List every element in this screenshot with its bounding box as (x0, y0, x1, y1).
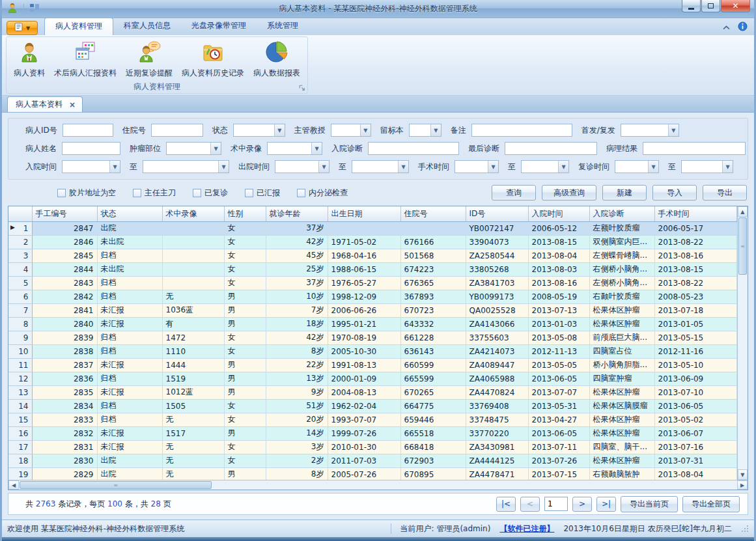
filter-combo-followup-date-to[interactable]: ▼ (681, 160, 733, 173)
checkbox-followed-up[interactable]: 已复诊 (193, 187, 228, 199)
checkbox-box-director-surgeon[interactable] (133, 189, 141, 197)
row-selector[interactable]: 7 (8, 303, 32, 317)
chevron-down-icon[interactable]: ▼ (311, 143, 322, 154)
grid-column-header-3[interactable]: 性别 (224, 206, 266, 221)
checkbox-endocrine-exam[interactable]: 内分泌检查 (297, 187, 348, 199)
tab-patient-basic-info[interactable]: 病人基本资料 × (7, 96, 83, 112)
resize-grip[interactable] (741, 525, 749, 533)
filter-input-admission-diagnosis[interactable] (368, 142, 459, 155)
grid-column-header-7[interactable]: ID号 (466, 206, 528, 221)
row-selector[interactable]: 9 (8, 331, 32, 344)
filter-combo-surgery-date-from[interactable]: ▼ (455, 160, 499, 173)
maximize-button[interactable] (701, 0, 720, 12)
vertical-scroll-thumb[interactable]: ≡ (738, 217, 748, 275)
horizontal-scroll-thumb[interactable]: ≡ (20, 481, 212, 489)
import-button[interactable]: 导入 (652, 185, 697, 201)
query-button[interactable]: 查询 (492, 185, 536, 201)
export-button[interactable]: 导出 (703, 185, 747, 201)
checkbox-box-followed-up[interactable] (193, 189, 201, 197)
chevron-down-icon[interactable]: ▼ (668, 124, 679, 136)
grid-column-header-1[interactable]: 状态 (97, 206, 162, 221)
filter-combo-status[interactable]: ▼ (233, 124, 285, 137)
filter-combo-followup-date-from[interactable]: ▼ (615, 160, 659, 173)
table-row[interactable]: 102838归档1110女8岁2005-10-30636143ZA4214073… (8, 344, 736, 358)
chevron-down-icon[interactable]: ▼ (558, 161, 568, 173)
row-selector[interactable]: 19 (8, 467, 32, 480)
table-row[interactable]: 22846未出院女42岁1971-05-02676166339040732013… (8, 235, 736, 249)
filter-combo-intraop-video[interactable]: ▼ (267, 142, 322, 155)
table-row[interactable]: 122836归档1519男13岁2000-01-09665599ZA406598… (8, 372, 736, 385)
scroll-right-icon[interactable]: ▶ (737, 480, 748, 490)
chevron-down-icon[interactable]: ▼ (109, 161, 120, 173)
table-row[interactable]: 52843归档女37岁1976-05-27676365ZA38417032013… (8, 276, 736, 290)
row-selector[interactable]: 3 (8, 249, 32, 262)
chevron-down-icon[interactable]: ▼ (318, 161, 329, 173)
prev-page-button[interactable]: < (520, 497, 540, 512)
table-row[interactable]: 152833归档无女20岁1993-07-0765944633748475201… (8, 413, 736, 426)
row-selector[interactable]: 14 (8, 399, 32, 413)
chevron-down-icon[interactable]: ▼ (430, 124, 441, 136)
filter-input-remarks[interactable] (471, 124, 572, 137)
grid-column-header-9[interactable]: 入院诊断 (589, 206, 654, 221)
scroll-up-icon[interactable]: ▲ (738, 206, 748, 217)
row-selector[interactable]: 10 (8, 344, 32, 358)
row-selector[interactable]: 13 (8, 385, 32, 399)
filter-combo-admission-date-from[interactable]: ▼ (62, 160, 120, 173)
vertical-scrollbar[interactable]: ▲ ≡ ▼ (737, 206, 748, 480)
table-row[interactable]: 42844未出院女25岁1988-06-15674223338052682013… (8, 262, 736, 276)
chevron-down-icon[interactable]: ▼ (488, 161, 498, 173)
row-selector[interactable]: 15 (8, 413, 32, 426)
scroll-left-icon[interactable]: ◀ (8, 480, 19, 490)
table-row[interactable]: ▶12847出院女37岁YB00721472006-05-12左额叶胶质瘤200… (8, 221, 736, 235)
row-selector[interactable]: 5 (8, 276, 32, 290)
chevron-down-icon[interactable]: ▼ (360, 124, 371, 136)
grid-column-header-0[interactable]: 手工编号 (32, 206, 97, 221)
chevron-down-icon[interactable]: ▼ (722, 161, 733, 173)
ribbon-tab-patient-data-management[interactable]: 病人资料管理 (44, 18, 113, 35)
info-icon[interactable] (738, 21, 748, 33)
table-row[interactable]: 192829出院无男8岁2005-07-26670895ZA4478471201… (8, 467, 736, 480)
table-row[interactable]: 92839归档1472女42岁1970-08-19661228337556032… (8, 331, 736, 344)
grid-column-header-10[interactable]: 手术时间 (654, 206, 736, 221)
followup-reminder-button[interactable]: 近期复诊提醒 (121, 38, 177, 80)
checkbox-box-reported[interactable] (245, 189, 253, 197)
filter-combo-discharge-date-to[interactable]: ▼ (352, 160, 409, 173)
group-dialog-launcher-icon[interactable] (298, 84, 305, 91)
filter-combo-tumor-site[interactable]: ▼ (166, 142, 221, 155)
table-row[interactable]: 132835未汇报1012蓝男9岁2004-08-13670265ZA44708… (8, 385, 736, 399)
row-selector[interactable]: ▶1 (8, 221, 32, 235)
grid-column-header-5[interactable]: 出生日期 (328, 206, 400, 221)
filter-combo-surgery-date-to[interactable]: ▼ (521, 160, 569, 173)
filter-input-final-diagnosis[interactable] (505, 142, 597, 155)
ribbon-tab-system-management[interactable]: 系统管理 (257, 18, 309, 35)
table-row[interactable]: 62842归档无男10岁1998-12-09367893YB0099173200… (8, 290, 736, 303)
close-button[interactable]: ✕ (721, 0, 750, 12)
table-row[interactable]: 162832未汇报1517男14岁1999-07-266655183377022… (8, 426, 736, 440)
grid-column-header-6[interactable]: 住院号 (400, 206, 466, 221)
last-page-button[interactable]: >| (596, 497, 616, 512)
filter-combo-chief-professor[interactable]: ▼ (331, 124, 371, 137)
checkbox-box-endocrine-exam[interactable] (297, 189, 305, 197)
export-all-pages-button[interactable]: 导出全部页 (682, 496, 740, 512)
postop-report-data-button[interactable]: 术后病人汇报资料 (49, 38, 121, 80)
filter-combo-first-or-recurrent[interactable]: ▼ (621, 124, 679, 137)
row-selector[interactable]: 6 (8, 290, 32, 303)
filter-input-patient-id[interactable] (63, 124, 113, 137)
scroll-down-icon[interactable]: ▼ (738, 469, 748, 480)
checkbox-reported[interactable]: 已汇报 (245, 187, 280, 199)
table-row[interactable]: 172831未汇报无女3岁2010-01-30668418ZA343098120… (8, 440, 736, 454)
table-row[interactable]: 112837未汇报1444男22岁1991-08-13660599ZA40894… (8, 358, 736, 372)
chevron-down-icon[interactable]: ▼ (648, 161, 658, 173)
row-selector[interactable]: 8 (8, 317, 32, 331)
filter-combo-specimen-kept[interactable]: ▼ (409, 124, 441, 137)
row-selector[interactable]: 12 (8, 372, 32, 385)
row-selector[interactable]: 2 (8, 235, 32, 249)
ribbon-tab-disc-tape-management[interactable]: 光盘录像带管理 (181, 18, 257, 35)
patient-records-button[interactable]: 病人资料 (9, 38, 49, 80)
export-current-page-button[interactable]: 导出当前页 (621, 496, 678, 512)
ribbon-tab-department-staff-info[interactable]: 科室人员信息 (113, 18, 181, 35)
row-selector[interactable]: 17 (8, 440, 32, 454)
grid-column-header-4[interactable]: 就诊年龄 (266, 206, 328, 221)
advanced-query-button[interactable]: 高级查询 (542, 185, 596, 201)
grid-column-header-8[interactable]: 入院时间 (528, 206, 589, 221)
